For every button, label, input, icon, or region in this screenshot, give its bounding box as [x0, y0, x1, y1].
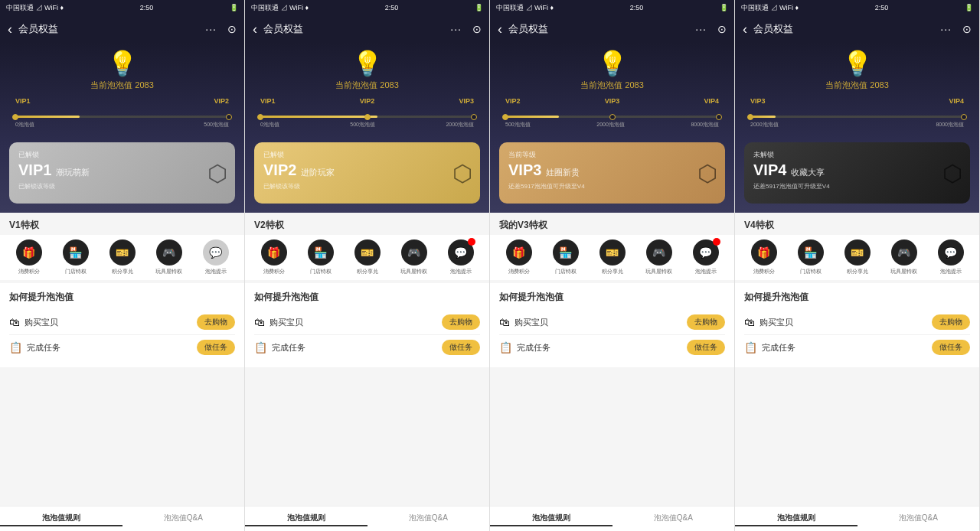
privilege-item[interactable]: 🎫积分享兑 [835, 239, 880, 275]
improve-item-left: 🛍购买宝贝 [9, 316, 58, 328]
progress-dot-VIP4 [961, 114, 967, 120]
back-button[interactable]: ‹ [253, 21, 257, 37]
more-button[interactable]: ··· [205, 23, 217, 35]
privilege-item[interactable]: 🎮玩具屋特权 [881, 239, 926, 275]
improve-item-text: 购买宝贝 [24, 317, 58, 328]
progress-dot-VIP2 [502, 114, 508, 120]
phone-panel-panel3: 中国联通 ⊿ WiFi ♦ 2:50 🔋 ‹ 会员权益 ··· ⊙ 💡当前泡泡值… [490, 0, 735, 531]
improve-action-button[interactable]: 去购物 [197, 314, 235, 330]
bulb-icon: 💡 [352, 50, 383, 77]
improve-title: 如何提升泡泡值 [254, 291, 480, 304]
vip-tier: VIP4 [753, 161, 786, 179]
privilege-item[interactable]: 🎁消费积分 [6, 239, 51, 275]
improve-item-text: 完成任务 [272, 342, 305, 353]
vip-card[interactable]: 当前等级 VIP3 娃圈新贵 还差5917泡泡值可升级至V4 ⬡ [499, 142, 725, 204]
level-value-label: 0泡泡值 [15, 121, 34, 129]
privilege-item[interactable]: 💬泡泡提示 [928, 239, 973, 275]
level-label-VIP1: VIP1 [260, 97, 276, 105]
footer-tab-1[interactable]: 泡泡值Q&A [122, 511, 245, 526]
footer-tabs: 泡泡值规则泡泡值Q&A [0, 506, 244, 531]
target-icon[interactable]: ⊙ [227, 23, 237, 35]
footer-tab-0[interactable]: 泡泡值规则 [735, 511, 858, 526]
more-button[interactable]: ··· [940, 23, 952, 35]
privilege-item[interactable]: 🏪门店特权 [788, 239, 833, 275]
vip-card[interactable]: 已解锁 VIP2 进阶玩家 已解锁该等级 ⬡ [254, 142, 480, 204]
privilege-item[interactable]: 🎁消费积分 [496, 239, 541, 275]
privilege-item[interactable]: 🎮玩具屋特权 [391, 239, 436, 275]
target-icon[interactable]: ⊙ [472, 23, 482, 35]
improve-action-button[interactable]: 做任务 [932, 340, 970, 355]
back-button[interactable]: ‹ [8, 21, 12, 37]
improve-item: 🛍购买宝贝去购物 [499, 310, 725, 335]
priv-label: 门店特权 [555, 268, 577, 275]
status-bar: 中国联通 ⊿ WiFi ♦ 2:50 🔋 [245, 0, 489, 15]
panel-content[interactable]: 💡当前泡泡值 2083VIP2VIP3VIP4500泡泡值2000泡泡值8000… [490, 43, 734, 506]
priv-label: 泡泡提示 [695, 268, 717, 275]
priv-icon-0: 🎁 [16, 239, 42, 266]
privilege-item[interactable]: 🏪门店特权 [543, 239, 588, 275]
privileges-row: 🎁消费积分🏪门店特权🎫积分享兑🎮玩具屋特权💬泡泡提示 [245, 235, 489, 280]
improve-item: 📋完成任务做任务 [744, 335, 970, 360]
improve-title: 如何提升泡泡值 [9, 291, 235, 304]
privilege-item[interactable]: 🎫积分享兑 [100, 239, 145, 275]
vip-subtitle: 潮玩萌新 [56, 167, 90, 178]
progress-dot-VIP1 [12, 114, 18, 120]
improve-action-button[interactable]: 做任务 [197, 340, 235, 355]
vip-card-row: 当前等级 VIP3 娃圈新贵 还差5917泡泡值可升级至V4 ⬡ [499, 138, 725, 205]
footer-tab-0[interactable]: 泡泡值规则 [245, 511, 368, 526]
improve-action-button[interactable]: 做任务 [442, 340, 480, 355]
vip-card[interactable]: 已解锁 VIP1 潮玩萌新 已解锁该等级 ⬡ [9, 142, 235, 204]
priv-label: 玩具屋特权 [645, 268, 672, 275]
priv-icon-4: 💬 [203, 239, 229, 266]
improve-section: 如何提升泡泡值🛍购买宝贝去购物📋完成任务做任务 [735, 283, 979, 367]
privilege-item[interactable]: 💬泡泡提示 [683, 239, 728, 275]
improve-action-button[interactable]: 去购物 [932, 314, 970, 330]
privilege-item[interactable]: 🎫积分享兑 [345, 239, 390, 275]
priv-label: 门店特权 [800, 268, 822, 275]
privilege-item[interactable]: 🎁消费积分 [251, 239, 296, 275]
priv-label: 消费积分 [508, 268, 530, 275]
priv-icon-1: 🏪 [63, 239, 89, 266]
more-button[interactable]: ··· [450, 23, 462, 35]
privilege-item[interactable]: 💬泡泡提示 [438, 239, 483, 275]
improve-action-button[interactable]: 做任务 [687, 340, 725, 355]
more-button[interactable]: ··· [695, 23, 707, 35]
progress-dot-VIP3 [609, 114, 616, 120]
improve-action-button[interactable]: 去购物 [687, 314, 725, 330]
privilege-item[interactable]: 🎮玩具屋特权 [146, 239, 191, 275]
back-button[interactable]: ‹ [743, 21, 747, 37]
footer-tab-1[interactable]: 泡泡值Q&A [612, 511, 735, 526]
improve-action-button[interactable]: 去购物 [442, 314, 480, 330]
progress-section: VIP1VIP2VIP30泡泡值500泡泡值2000泡泡值 [254, 97, 480, 138]
privilege-item[interactable]: 🏪门店特权 [298, 239, 343, 275]
bulb-icon: 💡 [842, 50, 873, 77]
vip-card[interactable]: 未解锁 VIP4 收藏大享 还差5917泡泡值可升级至V4 ⬡ [744, 142, 970, 204]
privilege-item[interactable]: 💬泡泡提示 [193, 239, 238, 275]
back-button[interactable]: ‹ [498, 21, 502, 37]
improve-item-icon: 🛍 [499, 316, 510, 328]
status-bar: 中国联通 ⊿ WiFi ♦ 2:50 🔋 [735, 0, 979, 15]
improve-item-left: 📋完成任务 [9, 341, 60, 353]
progress-fill [15, 116, 80, 118]
panel-content[interactable]: 💡当前泡泡值 2083VIP1VIP2VIP30泡泡值500泡泡值2000泡泡值… [245, 43, 489, 506]
panel-content[interactable]: 💡当前泡泡值 2083VIP1VIP20泡泡值500泡泡值 已解锁 VIP1 潮… [0, 43, 244, 506]
footer-tab-0[interactable]: 泡泡值规则 [490, 511, 612, 526]
level-label-VIP3: VIP3 [750, 97, 766, 105]
improve-item-text: 购买宝贝 [270, 317, 303, 328]
section-title: V2特权 [245, 213, 489, 235]
target-icon[interactable]: ⊙ [962, 23, 972, 35]
target-icon[interactable]: ⊙ [717, 23, 727, 35]
nav-bar: ‹ 会员权益 ··· ⊙ [245, 15, 489, 43]
privilege-item[interactable]: 🎫积分享兑 [590, 239, 635, 275]
footer-tab-1[interactable]: 泡泡值Q&A [858, 511, 980, 526]
footer-tab-0[interactable]: 泡泡值规则 [0, 511, 122, 526]
level-value-label: 2000泡泡值 [750, 121, 779, 129]
battery-icon: 🔋 [720, 4, 728, 11]
panel-content[interactable]: 💡当前泡泡值 2083VIP3VIP42000泡泡值8000泡泡值 未解锁 VI… [735, 43, 979, 506]
battery-icon: 🔋 [230, 4, 238, 11]
privilege-item[interactable]: 🎮玩具屋特权 [636, 239, 681, 275]
footer-tab-1[interactable]: 泡泡值Q&A [368, 511, 490, 526]
privilege-item[interactable]: 🏪门店特权 [53, 239, 98, 275]
privilege-item[interactable]: 🎁消费积分 [741, 239, 786, 275]
improve-section: 如何提升泡泡值🛍购买宝贝去购物📋完成任务做任务 [490, 283, 734, 367]
